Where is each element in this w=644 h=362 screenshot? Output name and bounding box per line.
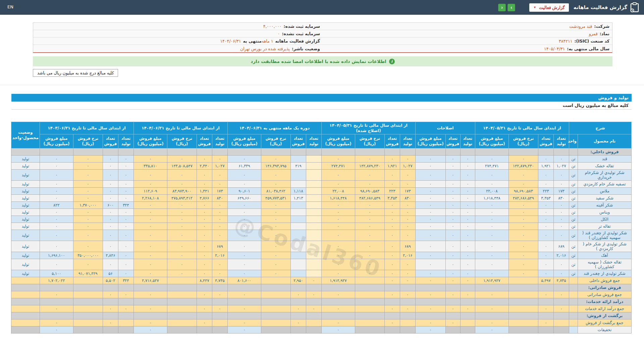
value-cell: ۰ (538, 216, 553, 223)
chevron-down-icon: ▼ (533, 6, 536, 9)
value-cell: ۰ (197, 223, 212, 230)
value-cell (321, 284, 355, 291)
value-cell (261, 319, 290, 326)
value-cell: ۰ (133, 230, 167, 241)
value-cell: ۲,۹۵۰ (290, 277, 306, 284)
value-cell: ۰ (212, 216, 227, 223)
product-status-cell (11, 291, 40, 298)
value-cell: ۰ (508, 223, 538, 230)
value-cell (212, 312, 227, 319)
value-cell (227, 312, 261, 319)
value-cell (133, 148, 167, 156)
value-cell: ۰ (460, 223, 475, 230)
language-toggle-en[interactable]: EN (7, 4, 13, 9)
value-cell (306, 284, 321, 291)
product-name-cell: جمع فروش داخلی (578, 277, 632, 284)
value-cell: ۱۱۲,۶۰۹ (133, 188, 167, 195)
value-cell: ۱۷۳ (553, 188, 569, 195)
value-cell (538, 298, 553, 305)
value-cell: ۰ (73, 195, 103, 202)
value-cell: ۰ (197, 252, 212, 259)
production-sales-section-header: تولید و فروش (11, 94, 632, 102)
value-cell (290, 202, 306, 209)
qty-sold-header: تعداد فروش (384, 134, 400, 148)
value-cell: ۰ (227, 170, 261, 181)
value-cell: ۰ (118, 291, 133, 298)
value-cell (553, 326, 569, 334)
table-row: شکر توليدي از چغندر قندتن۰۰۰۰۰۰۰۰۰۰۰۰۰۰۰… (11, 270, 631, 277)
value-cell: ۲۷۴,۴۷۱ (475, 163, 508, 170)
value-cell (445, 312, 460, 319)
value-cell (73, 319, 103, 326)
product-status-cell: تولید (11, 259, 40, 270)
period-group-header: اصلاحات (415, 122, 475, 134)
top-bar: گزارش فعالیت ماهانه گزارش فعالیت ▼ › ‹ E… (0, 0, 644, 15)
value-cell (212, 326, 227, 334)
info-circle-icon: i (389, 59, 395, 64)
value-cell: ۰ (460, 163, 475, 170)
value-cell: ۵۶ (103, 270, 118, 277)
value-cell: ۰ (415, 195, 445, 202)
value-cell: ۳۵۰,۰۰۰,۰۰۰ (73, 252, 103, 259)
value-cell: ۰ (73, 209, 103, 216)
value-cell (261, 312, 290, 319)
symbol-value[interactable]: قمرو (589, 31, 598, 36)
value-cell: ۰ (73, 216, 103, 223)
value-cell: ۰ (227, 241, 261, 252)
value-cell: ۰ (553, 230, 569, 241)
report-type-dropdown[interactable]: گزارش فعالیت ▼ (529, 3, 569, 12)
value-cell: ۰ (415, 305, 445, 312)
value-cell: ۰ (538, 230, 553, 241)
value-cell: ۰ (73, 163, 103, 170)
value-cell: ۰ (261, 156, 290, 163)
value-cell: ۰ (73, 230, 103, 241)
value-cell (197, 148, 212, 156)
period-group-header: از ابتدای سال مالی تا تاریخ ۱۴۰۴/۰۶/۳۱ (133, 122, 227, 134)
value-cell: ۰ (400, 270, 415, 277)
value-cell: ۹۸,۶۹۰,۵۸۳ (355, 188, 384, 195)
value-cell (445, 326, 460, 334)
value-cell: ۰ (40, 305, 73, 312)
value-cell: ۰ (445, 156, 460, 163)
value-cell: ۰ (538, 156, 553, 163)
value-cell (118, 312, 133, 319)
product-status-cell: تولید (11, 241, 40, 252)
value-cell: ۰ (415, 163, 445, 170)
value-cell: ۰ (400, 230, 415, 241)
value-cell (133, 284, 167, 291)
section-row: درآمد ارائه خدمات: (11, 298, 631, 305)
value-cell: ۳,۳۵۳ (384, 195, 400, 202)
value-cell: ۰ (475, 241, 508, 252)
value-cell: ۸۱,۰۳۸,۴۶۲ (261, 188, 290, 195)
value-cell (212, 319, 227, 326)
product-status-cell: تولید (11, 188, 40, 195)
value-cell (290, 230, 306, 241)
value-cell: ۱,۳۷۰,۰۰۰ (73, 202, 103, 209)
product-status-cell: تولید (11, 163, 40, 170)
value-cell (508, 326, 538, 334)
value-cell: ۰ (118, 170, 133, 181)
value-cell: ۰ (475, 223, 508, 230)
value-cell (445, 148, 460, 156)
unit-cell: تن (569, 188, 578, 195)
table-row: شکر آفينهتن۰۰۰۰۰۰۰۰۰۰۰۰۰۰۰۰۰۳۲۴۶۰۰۱,۳۷۰,… (11, 202, 631, 209)
value-cell: ۰ (261, 170, 290, 181)
unit-cell: تن (569, 156, 578, 163)
value-cell (355, 326, 384, 334)
value-cell: ۰ (415, 291, 445, 298)
value-cell (415, 284, 445, 291)
value-cell (290, 181, 306, 188)
qty-sold-header: تعداد فروش (197, 134, 212, 148)
prev-report-button[interactable]: ‹ (498, 4, 506, 11)
next-report-button[interactable]: › (507, 4, 515, 11)
value-cell: ۰ (384, 291, 400, 298)
value-cell: ۰ (197, 181, 212, 188)
value-cell (73, 326, 103, 334)
value-cell: ۰ (167, 202, 197, 209)
product-name-cell: ملاس (578, 188, 632, 195)
company-info-table: شرکت: قند مرودشت سرمایه ثبت شده: ۴,۰۰۰,۰… (33, 22, 612, 53)
value-cell: ۸۳۰ (212, 195, 227, 202)
company-value[interactable]: قند مرودشت (569, 24, 592, 29)
value-cell: ۰ (355, 156, 384, 163)
value-cell: ۰ (355, 259, 384, 270)
